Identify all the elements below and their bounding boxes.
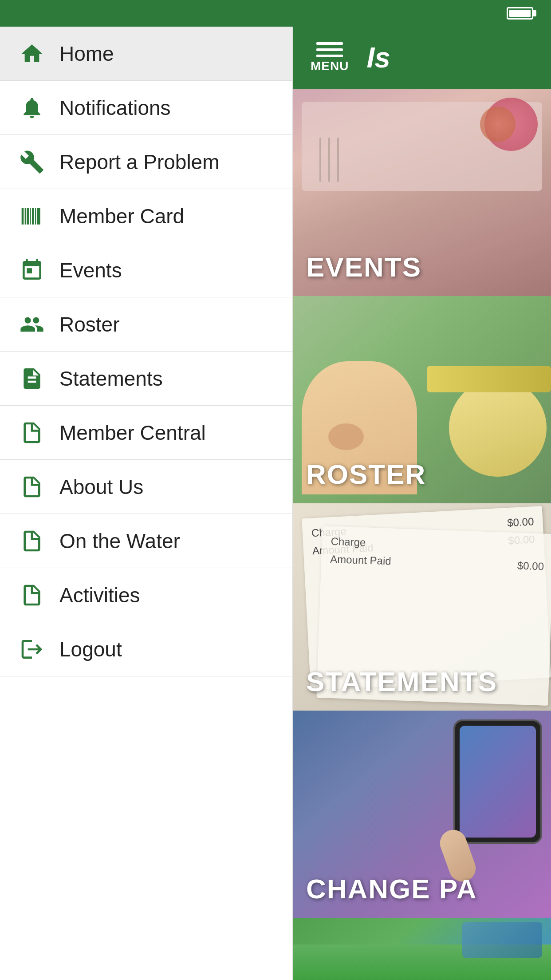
tile-events[interactable]: EVENTS [293, 89, 551, 296]
sidebar-label-on-the-water: On the Water [59, 529, 180, 553]
hamburger-icon [316, 42, 343, 57]
sidebar-item-member-central[interactable]: Member Central [0, 406, 292, 460]
tile-statements-label: STATEMENTS [306, 666, 497, 697]
document-icon [18, 419, 46, 447]
tiles-grid: EVENTS ROSTER [293, 89, 551, 980]
sidebar-label-notifications: Notifications [59, 96, 171, 120]
sidebar-item-roster[interactable]: Roster [0, 297, 292, 352]
sidebar-item-logout[interactable]: Logout [0, 622, 292, 676]
document2-icon [18, 473, 46, 501]
sidebar-item-events[interactable]: Events [0, 243, 292, 297]
sidebar-item-notifications[interactable]: Notifications [0, 81, 292, 135]
sidebar-label-statements: Statements [59, 367, 163, 391]
tile-statements[interactable]: Charge $0.00 Amount Paid $0.00 [293, 503, 551, 711]
menu-label: MENU [311, 59, 349, 73]
sidebar-item-statements[interactable]: Statements [0, 352, 292, 406]
barcode-icon [18, 202, 46, 230]
sidebar-item-about-us[interactable]: About Us [0, 460, 292, 514]
right-panel: MENU Is E [293, 27, 551, 980]
sidebar-label-member-card: Member Card [59, 204, 184, 228]
sidebar-item-home[interactable]: Home [0, 27, 292, 81]
stmt-row1-val: $0.00 [507, 515, 534, 529]
sidebar: Home Notifications Report a Problem [0, 27, 293, 980]
tile-changepay-label: CHANGE PA [306, 873, 477, 905]
document3-icon [18, 527, 46, 555]
logout-icon [18, 635, 46, 664]
menu-button[interactable]: MENU [311, 42, 349, 73]
status-bar [0, 0, 551, 27]
document4-icon [18, 581, 46, 609]
header-bar: MENU Is [293, 27, 551, 89]
sidebar-item-activities[interactable]: Activities [0, 568, 292, 622]
sidebar-label-events: Events [59, 258, 122, 282]
header-title: Is [366, 41, 390, 74]
bell-icon [18, 94, 46, 122]
sidebar-label-roster: Roster [59, 312, 119, 336]
calendar-icon [18, 256, 46, 285]
sidebar-item-on-the-water[interactable]: On the Water [0, 514, 292, 568]
sidebar-label-about-us: About Us [59, 475, 143, 499]
battery-icon [507, 7, 533, 20]
main-layout: Home Notifications Report a Problem [0, 27, 551, 980]
wrench-icon [18, 148, 46, 176]
sidebar-label-logout: Logout [59, 637, 122, 661]
sidebar-label-member-central: Member Central [59, 421, 206, 445]
stmt-row4-label: Amount Paid [330, 553, 391, 568]
home-icon [18, 40, 46, 68]
sidebar-item-report-problem[interactable]: Report a Problem [0, 135, 292, 189]
stmt-row3-label: Charge [331, 535, 366, 549]
sidebar-label-report-problem: Report a Problem [59, 150, 220, 174]
sidebar-label-home: Home [59, 42, 114, 66]
sidebar-item-member-card[interactable]: Member Card [0, 189, 292, 243]
tile-roster-label: ROSTER [306, 458, 426, 490]
tile-last-bg [293, 918, 551, 980]
sidebar-label-activities: Activities [59, 583, 140, 607]
tile-last[interactable] [293, 918, 551, 980]
tile-events-label: EVENTS [306, 251, 421, 283]
statements-icon [18, 364, 46, 393]
tile-changepay[interactable]: CHANGE PA [293, 711, 551, 918]
stmt-row4-val: $0.00 [517, 559, 544, 573]
tile-roster[interactable]: ROSTER [293, 296, 551, 503]
people-icon [18, 310, 46, 339]
